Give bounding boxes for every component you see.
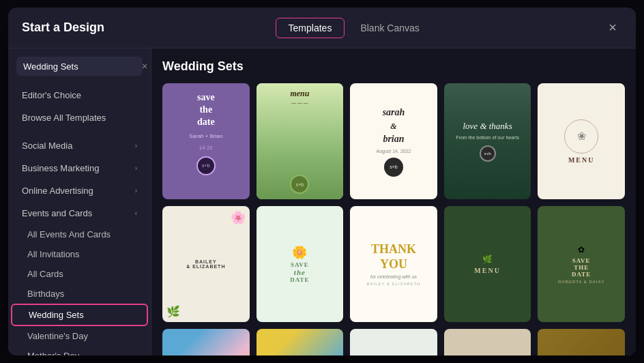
modal-header: Start a Design Templates Blank Canvas × bbox=[8, 8, 636, 48]
sidebar-sub-all-events-cards[interactable]: All Events And Cards bbox=[11, 224, 148, 244]
template-card[interactable]: 🌼 SAVEtheDATE bbox=[257, 206, 344, 322]
events-and-cards-label: Events and Cards bbox=[22, 208, 92, 218]
editors-choice-label: Editor's Choice bbox=[22, 90, 81, 100]
content-area: Wedding Sets savethedate Sarah + Brian 1… bbox=[151, 48, 636, 355]
card-text: SAVEtheDATE bbox=[290, 261, 309, 283]
card-text: MENU bbox=[474, 267, 501, 274]
card-text: savethedate bbox=[197, 91, 215, 129]
card-text: love & thanks bbox=[463, 121, 512, 132]
sidebar-item-events-and-cards[interactable]: Events and Cards ‹ bbox=[11, 202, 148, 224]
card-text: SAVETHEDATE bbox=[572, 257, 591, 278]
online-advertising-label: Online Advertising bbox=[22, 186, 93, 196]
monogram-badge: s+b bbox=[290, 175, 309, 194]
card-text: BAILEY& ELIZABETH bbox=[186, 259, 225, 269]
monogram-badge: s+b bbox=[384, 158, 403, 177]
card-text: menu bbox=[257, 89, 344, 99]
modal-body: × Editor's Choice Browse All Templates S… bbox=[8, 48, 636, 355]
floral-decoration: 🌼 bbox=[292, 245, 307, 260]
template-card[interactable]: 🌺 bbox=[257, 329, 344, 355]
search-input[interactable] bbox=[23, 61, 138, 72]
template-card[interactable]: ❀ MENU bbox=[538, 83, 625, 199]
social-media-label: Social Media bbox=[22, 141, 72, 151]
sidebar-item-editors-choice[interactable]: Editor's Choice bbox=[11, 84, 148, 106]
close-button[interactable]: × bbox=[603, 17, 622, 38]
content-title: Wedding Sets bbox=[162, 59, 625, 74]
template-card[interactable]: 📷 bbox=[538, 329, 625, 355]
search-box: × bbox=[16, 57, 143, 76]
template-card[interactable]: savethedate Sarah + Brian 14 22 s+b bbox=[162, 83, 250, 199]
monogram-badge: s+b bbox=[480, 145, 496, 162]
template-grid: savethedate Sarah + Brian 14 22 s+b bbox=[162, 83, 625, 355]
sidebar-item-online-advertising[interactable]: Online Advertising › bbox=[11, 179, 148, 202]
sidebar-item-browse-all[interactable]: Browse All Templates bbox=[11, 106, 148, 129]
business-marketing-label: Business Marketing bbox=[22, 163, 99, 173]
template-card[interactable]: MENU Pandora Menu bbox=[350, 329, 437, 355]
floral-wreath-decoration: ❀ bbox=[564, 119, 598, 154]
floral-decoration: 🌸 bbox=[231, 210, 246, 225]
sidebar-sub-valentines-day[interactable]: Valentine's Day bbox=[11, 326, 148, 346]
sidebar: × Editor's Choice Browse All Templates S… bbox=[8, 48, 151, 355]
modal-title: Start a Design bbox=[22, 20, 104, 35]
sidebar-sub-wedding-sets[interactable]: Wedding Sets bbox=[11, 304, 148, 326]
floral-decoration: ✿ bbox=[578, 245, 585, 255]
floral-decoration: 🌿 bbox=[166, 305, 180, 318]
tab-blank-canvas[interactable]: Blank Canvas bbox=[347, 18, 432, 38]
card-text: THANKYOU bbox=[371, 242, 416, 272]
template-card[interactable]: menu — — — s+b bbox=[257, 83, 344, 199]
modal-overlay: Start a Design Templates Blank Canvas × … bbox=[0, 0, 644, 363]
tab-templates[interactable]: Templates bbox=[276, 18, 345, 38]
sidebar-item-social-media[interactable]: Social Media › bbox=[11, 134, 148, 157]
modal: Start a Design Templates Blank Canvas × … bbox=[8, 8, 636, 355]
template-card[interactable]: 🌸 🌿 BAILEY& ELIZABETH bbox=[162, 206, 250, 322]
chevron-right-icon: › bbox=[135, 187, 137, 194]
template-card[interactable]: sarah&brian August 14, 2022 s+b bbox=[350, 83, 437, 199]
browse-all-label: Browse All Templates bbox=[22, 113, 106, 123]
template-card[interactable]: 🌿 MENU bbox=[444, 206, 531, 322]
template-card[interactable]: love & thanks From the bottom of our hea… bbox=[444, 83, 531, 199]
chevron-right-icon: › bbox=[135, 164, 137, 172]
chevron-right-icon: › bbox=[135, 142, 137, 149]
sidebar-item-business-marketing[interactable]: Business Marketing › bbox=[11, 157, 148, 179]
search-clear-button[interactable]: × bbox=[142, 61, 147, 72]
chevron-down-icon: ‹ bbox=[135, 209, 137, 217]
sidebar-sub-all-cards[interactable]: All Cards bbox=[11, 264, 148, 284]
floral-decoration: 🌿 bbox=[482, 255, 493, 264]
modal-tabs: Templates Blank Canvas bbox=[276, 18, 433, 38]
template-card[interactable]: SAVEtheDATE Bailey & Elizabeth bbox=[444, 329, 531, 355]
sidebar-sub-mothers-day[interactable]: Mother's Day bbox=[11, 346, 148, 355]
card-subtext: Sarah + Brian bbox=[189, 133, 222, 139]
card-text: sarah&brian bbox=[383, 106, 405, 146]
template-card[interactable]: ROBERTA JONES& DAVEY PERTH bbox=[162, 329, 250, 355]
template-card[interactable]: ✿ SAVETHEDATE ROBERTA & DAISY bbox=[538, 206, 625, 322]
sidebar-sub-all-invitations[interactable]: All Invitations bbox=[11, 244, 148, 264]
card-text: MENU bbox=[568, 156, 595, 164]
template-card[interactable]: THANKYOU for celebrating with us BAILEY … bbox=[350, 206, 437, 322]
sidebar-sub-birthdays[interactable]: Birthdays bbox=[11, 284, 148, 304]
monogram-badge: s+b bbox=[196, 156, 216, 175]
